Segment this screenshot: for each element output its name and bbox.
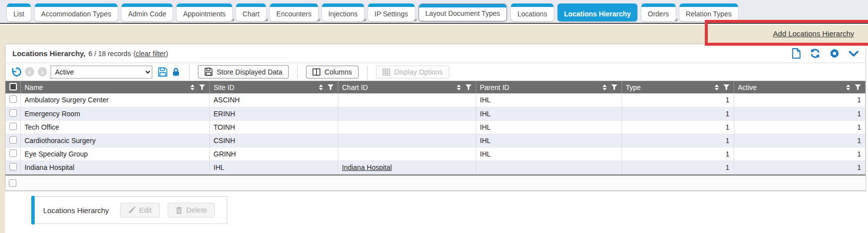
active-cell: 1 [734, 160, 866, 174]
tab-list[interactable]: List [7, 3, 31, 21]
name-cell: Cardiothoracic Surgery [20, 134, 209, 147]
row-checkbox[interactable] [9, 136, 17, 144]
row-checkbox[interactable] [9, 163, 17, 170]
row-checkbox-cell[interactable] [5, 147, 20, 160]
site-id-cell: ERINH [209, 107, 338, 120]
column-label: Chart ID [342, 83, 457, 91]
column-header-active[interactable]: Active [734, 81, 866, 93]
save-filter-icon[interactable] [158, 67, 168, 77]
panel-header: Locations Hierarchy, 6 / 18 records (cle… [5, 44, 866, 63]
display-options-icon [382, 68, 390, 76]
tab-dropdown-caret-icon [363, 18, 366, 21]
active-cell: 1 [734, 93, 866, 107]
prev-filter-button[interactable]: ‹ [25, 67, 34, 77]
row-checkbox-cell[interactable] [5, 160, 20, 174]
gear-icon[interactable] [829, 48, 840, 59]
site-id-cell: ASCINH [209, 93, 338, 107]
sort-icon[interactable] [190, 84, 194, 90]
tab-label: Appointments [183, 10, 226, 18]
tab-injections[interactable]: Injections [322, 3, 364, 21]
select-all-checkbox[interactable] [9, 83, 17, 90]
tab-dropdown-caret-icon [674, 18, 678, 21]
row-checkbox[interactable] [9, 95, 17, 103]
locations-hierarchy-panel: Locations Hierarchy, 6 / 18 records (cle… [5, 44, 866, 191]
row-checkbox[interactable] [9, 109, 17, 117]
table-row: Eye Specialty GroupGRINHIHL11 [5, 147, 866, 160]
tab-chart[interactable]: Chart [236, 3, 266, 21]
tab-label: Locations Hierarchy [564, 10, 631, 18]
tab-layout-document-types[interactable]: Layout Document Types [419, 3, 507, 21]
tab-relation-types[interactable]: Relation Types [680, 3, 738, 21]
refresh-icon[interactable] [810, 48, 820, 59]
filter-funnel-icon[interactable] [199, 84, 205, 90]
filter-funnel-icon[interactable] [855, 84, 861, 90]
tab-ip-settings[interactable]: IP Settings [368, 3, 414, 21]
tab-admin-code[interactable]: Admin Code [122, 3, 173, 21]
floppy-icon [204, 68, 213, 76]
clear-filter-link[interactable]: clear filter [136, 50, 166, 58]
active-cell: 1 [734, 134, 866, 147]
saved-filter-select[interactable]: Active [51, 66, 152, 78]
type-cell: 1 [621, 160, 734, 174]
chart-id-link[interactable]: Indiana Hospital [342, 163, 392, 171]
store-displayed-data-button[interactable]: Store Displayed Data [198, 65, 289, 78]
tab-label: List [13, 10, 24, 18]
select-all-header-cell[interactable] [5, 81, 20, 93]
row-checkbox-cell[interactable] [5, 93, 20, 107]
delete-label: Delete [186, 206, 207, 214]
row-checkbox[interactable] [9, 123, 17, 130]
filter-funnel-icon[interactable] [327, 84, 334, 90]
parent-id-cell [476, 160, 621, 174]
row-checkbox-cell[interactable] [5, 120, 20, 134]
page: ListAccommodation TypesAdmin CodeAppoint… [0, 0, 868, 233]
tab-orders[interactable]: Orders [641, 3, 676, 21]
sort-icon[interactable] [846, 84, 850, 90]
tab-locations[interactable]: Locations [511, 3, 554, 21]
column-header-site-id[interactable]: Site ID [209, 81, 338, 93]
tab-encounters[interactable]: Encounters [270, 3, 318, 21]
tab-locations-hierarchy[interactable]: Locations Hierarchy [558, 3, 637, 21]
chevron-down-icon[interactable] [849, 50, 859, 57]
tab-label: Layout Document Types [426, 9, 500, 17]
reset-icon[interactable] [10, 67, 21, 78]
column-label: Site ID [214, 83, 319, 91]
edit-button[interactable]: Edit [120, 203, 160, 218]
active-cell: 1 [734, 107, 866, 120]
tab-accommodation-types[interactable]: Accommodation Types [35, 3, 118, 21]
tab-appointments[interactable]: Appointments [177, 3, 232, 21]
display-options-button[interactable]: Display Options [376, 66, 449, 78]
parent-id-cell: IHL [476, 93, 621, 107]
row-checkbox[interactable] [9, 150, 17, 157]
row-checkbox-cell[interactable] [5, 134, 20, 147]
footer-checkbox[interactable] [9, 179, 16, 187]
tab-top-strip [368, 3, 414, 7]
tab-top-strip [511, 3, 554, 7]
table-row: Tech OfficeTOINHIHL11 [5, 120, 866, 134]
table-row: Cardiothoracic SurgeryCSINHIHL11 [5, 134, 866, 147]
site-id-cell: CSINH [209, 134, 338, 147]
sort-icon[interactable] [319, 84, 323, 90]
column-header-chart-id[interactable]: Chart ID [338, 81, 476, 93]
add-locations-hierarchy-link[interactable]: Add Locations Hierarchy [773, 29, 854, 38]
row-checkbox-cell[interactable] [5, 107, 20, 120]
lock-filter-icon[interactable] [171, 67, 181, 77]
type-cell: 1 [621, 120, 734, 134]
delete-button[interactable]: Delete [168, 203, 215, 218]
trash-icon [176, 207, 183, 214]
table-row: Emergency RoomERINHIHL11 [5, 107, 866, 120]
new-document-icon[interactable] [792, 48, 801, 59]
sort-icon[interactable] [457, 84, 461, 90]
sort-icon[interactable] [715, 84, 719, 90]
parent-id-cell: IHL [476, 147, 621, 160]
filter-funnel-icon[interactable] [465, 84, 472, 90]
filter-funnel-icon[interactable] [611, 84, 618, 90]
next-filter-button[interactable]: › [38, 67, 47, 77]
column-header-type[interactable]: Type [621, 81, 734, 93]
columns-button[interactable]: Columns [306, 66, 358, 78]
column-header-name[interactable]: Name [20, 81, 209, 93]
sort-icon[interactable] [603, 84, 607, 90]
tab-top-strip [322, 3, 364, 7]
tab-top-strip [177, 3, 232, 7]
filter-funnel-icon[interactable] [723, 84, 730, 90]
column-header-parent-id[interactable]: Parent ID [476, 81, 621, 93]
